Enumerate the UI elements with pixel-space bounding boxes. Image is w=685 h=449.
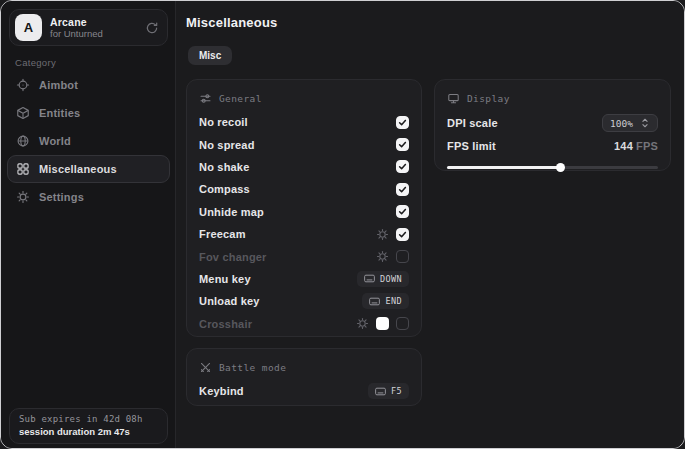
keybind-value: F5 xyxy=(391,386,402,396)
setting-label: Crosshair xyxy=(199,318,252,330)
no-recoil-checkbox[interactable] xyxy=(396,116,409,129)
general-card: General No recoil No spread xyxy=(186,79,422,337)
dpi-scale-value: 100% xyxy=(610,118,633,129)
slider-fill xyxy=(447,166,561,169)
setting-label: Freecam xyxy=(199,228,246,240)
setting-label: Unhide map xyxy=(199,206,264,218)
app-window: A Arcane for Unturned Category xyxy=(0,0,685,449)
setting-row-no-recoil: No recoil xyxy=(199,111,409,133)
page-title: Miscellaneous xyxy=(186,15,277,30)
chevron-up-down-icon xyxy=(640,117,650,129)
keyboard-icon xyxy=(369,297,380,306)
no-spread-checkbox[interactable] xyxy=(396,138,409,151)
setting-label: No spread xyxy=(199,139,255,151)
setting-row-no-spread: No spread xyxy=(199,133,409,155)
sidebar-item-miscellaneous[interactable]: Miscellaneous xyxy=(7,155,170,183)
setting-label: No recoil xyxy=(199,116,248,128)
battle-keybind-button[interactable]: F5 xyxy=(368,383,409,399)
setting-label: No shake xyxy=(199,161,250,173)
setting-row-compass: Compass xyxy=(199,178,409,200)
menu-keybind-button[interactable]: DOWN xyxy=(357,271,409,287)
fov-changer-settings-gear-icon[interactable] xyxy=(376,250,389,263)
keybind-value: DOWN xyxy=(380,274,402,284)
app-subtitle: for Unturned xyxy=(50,29,145,40)
refresh-icon[interactable] xyxy=(145,21,159,35)
setting-label: Unload key xyxy=(199,295,260,307)
crosshair-settings-gear-icon[interactable] xyxy=(356,317,369,330)
crosshair-color-swatch[interactable] xyxy=(376,317,389,330)
grid-icon xyxy=(16,162,30,176)
category-label: Category xyxy=(15,57,56,68)
keyboard-icon xyxy=(375,387,386,396)
setting-row-unload-key: Unload key END xyxy=(199,290,409,312)
battle-mode-card: Battle mode Keybind F5 xyxy=(186,348,422,406)
display-card-title: Display xyxy=(467,93,510,104)
setting-row-no-shake: No shake xyxy=(199,156,409,178)
setting-row-keybind: Keybind F5 xyxy=(199,380,409,402)
sidebar-item-label: Aimbot xyxy=(39,79,78,91)
display-card: Display DPI scale 100% FPS limit 144FPS xyxy=(434,79,671,171)
sliders-icon xyxy=(199,92,212,105)
sidebar-header-card: A Arcane for Unturned xyxy=(9,9,168,46)
sidebar-item-settings[interactable]: Settings xyxy=(7,183,170,211)
setting-row-crosshair: Crosshair xyxy=(199,313,409,335)
setting-row-freecam: Freecam xyxy=(199,223,409,245)
no-shake-checkbox[interactable] xyxy=(396,160,409,173)
dpi-scale-select[interactable]: 100% xyxy=(602,114,658,132)
monitor-icon xyxy=(447,92,460,105)
swords-icon xyxy=(199,361,212,374)
cube-icon xyxy=(16,106,30,120)
crosshair-icon xyxy=(16,78,30,92)
sidebar-nav: Aimbot Entities xyxy=(7,71,170,211)
app-title: Arcane xyxy=(50,16,145,28)
battle-mode-card-title: Battle mode xyxy=(219,362,286,373)
setting-label: FPS limit xyxy=(447,140,496,152)
freecam-checkbox[interactable] xyxy=(396,228,409,241)
gear-icon xyxy=(16,190,30,204)
tab-misc[interactable]: Misc xyxy=(188,46,232,65)
setting-label: Keybind xyxy=(199,385,244,397)
crosshair-checkbox[interactable] xyxy=(396,317,409,330)
compass-checkbox[interactable] xyxy=(396,183,409,196)
freecam-settings-gear-icon[interactable] xyxy=(376,228,389,241)
sidebar-item-aimbot[interactable]: Aimbot xyxy=(7,71,170,99)
keyboard-icon xyxy=(364,274,375,283)
setting-row-menu-key: Menu key DOWN xyxy=(199,268,409,290)
fov-changer-checkbox[interactable] xyxy=(396,250,409,263)
setting-row-fov-changer: Fov changer xyxy=(199,245,409,267)
app-logo: A xyxy=(15,14,42,41)
sidebar-item-label: Settings xyxy=(39,191,84,203)
sidebar-item-label: Entities xyxy=(39,107,80,119)
setting-row-fps-limit: FPS limit 144FPS xyxy=(447,135,658,157)
sidebar: A Arcane for Unturned Category xyxy=(1,1,176,448)
sidebar-item-label: Miscellaneous xyxy=(39,163,117,175)
slider-thumb[interactable] xyxy=(556,163,565,172)
globe-icon xyxy=(16,134,30,148)
sidebar-item-label: World xyxy=(39,135,71,147)
session-duration-text: session duration 2m 47s xyxy=(19,426,158,439)
setting-row-dpi-scale: DPI scale 100% xyxy=(447,111,658,135)
unload-keybind-button[interactable]: END xyxy=(362,293,409,309)
setting-label: Fov changer xyxy=(199,251,267,263)
sidebar-item-world[interactable]: World xyxy=(7,127,170,155)
subscription-info-card: Sub expires in 42d 08h session duration … xyxy=(9,408,168,444)
general-card-title: General xyxy=(219,93,262,104)
main-content: Miscellaneous Misc General No recoil xyxy=(176,1,684,448)
sub-expiry-text: Sub expires in 42d 08h xyxy=(19,413,158,425)
setting-row-unhide-map: Unhide map xyxy=(199,201,409,223)
fps-limit-slider[interactable] xyxy=(447,162,658,172)
fps-limit-value: 144FPS xyxy=(614,140,658,152)
unhide-map-checkbox[interactable] xyxy=(396,205,409,218)
setting-label: DPI scale xyxy=(447,117,498,129)
setting-label: Compass xyxy=(199,183,250,195)
setting-label: Menu key xyxy=(199,273,251,285)
sidebar-item-entities[interactable]: Entities xyxy=(7,99,170,127)
keybind-value: END xyxy=(385,296,402,306)
